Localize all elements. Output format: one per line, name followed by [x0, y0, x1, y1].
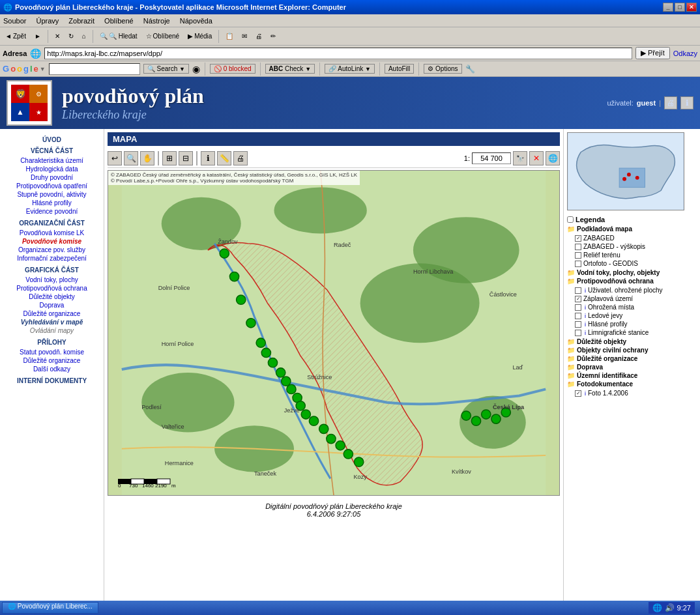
zaplavova-cb[interactable]: [575, 296, 581, 302]
zabaged-checkbox[interactable]: [575, 235, 581, 242]
history-button[interactable]: 📋: [222, 31, 237, 41]
menu-upravy[interactable]: Úpravy: [36, 17, 59, 25]
legend-dulorg-title[interactable]: 📁 Důležité organizace: [567, 355, 697, 362]
info-icon-5[interactable]: i: [585, 330, 586, 336]
scale-input[interactable]: [472, 152, 511, 164]
menu-napoveda[interactable]: Nápověda: [180, 17, 212, 25]
nav-ovladani[interactable]: Ovládání mapy: [5, 326, 98, 335]
media-button[interactable]: ▶ Média: [184, 31, 215, 41]
address-input[interactable]: [44, 48, 632, 59]
info-icon-3[interactable]: i: [585, 313, 586, 319]
forward-button[interactable]: ►: [31, 31, 44, 41]
ledove-cb[interactable]: [575, 313, 581, 319]
print-button[interactable]: 🖨: [252, 31, 265, 41]
info-icon-4[interactable]: i: [585, 321, 586, 328]
go-button[interactable]: ▶ Přejít: [635, 47, 670, 59]
menu-zobrazit[interactable]: Zobrazit: [68, 17, 95, 25]
nav-dulezite-org2[interactable]: Důležité organizace: [5, 356, 98, 365]
menu-nastroje[interactable]: Nástroje: [143, 17, 170, 25]
autofill-button[interactable]: AutoFill: [385, 64, 414, 74]
legend-podklad-title[interactable]: 📁 Podkladová mapa: [567, 225, 697, 233]
nav-protipovodnova[interactable]: Protipovodňová opatření: [5, 182, 98, 190]
legend-master-cb[interactable]: [567, 216, 574, 223]
nav-dulezite-org[interactable]: Důležité organizace: [5, 309, 98, 318]
limnig-cb[interactable]: [575, 330, 581, 336]
nav-vodni-toky[interactable]: Vodní toky, plochy: [5, 276, 98, 284]
map-area[interactable]: © ZABAGED Český úřad zeměměřický a katas…: [108, 170, 560, 496]
nav-dalsi-odkazy[interactable]: Další odkazy: [5, 365, 98, 373]
nav-statut[interactable]: Statut povodň. komise: [5, 348, 98, 356]
mail-button[interactable]: ✉: [239, 31, 250, 41]
refresh-button[interactable]: ↻: [65, 31, 77, 41]
tool-clear[interactable]: ✕: [529, 151, 544, 165]
region-overview-map[interactable]: [567, 132, 684, 210]
options-button[interactable]: ⚙ Options: [424, 64, 461, 74]
legend-civilobj-title[interactable]: 📁 Objekty civilní ochrany: [567, 347, 697, 354]
nav-section-uvod[interactable]: ÚVOD: [5, 136, 98, 143]
menu-soubor[interactable]: Soubor: [3, 17, 26, 25]
tool-zoom-box[interactable]: ⊞: [162, 151, 177, 165]
tool-back[interactable]: ↩: [108, 151, 122, 165]
legend-prot-title[interactable]: 📁 Protipovodňová ochrana: [567, 278, 697, 285]
nav-komise[interactable]: Povodňové komise: [5, 237, 98, 246]
search-button[interactable]: 🔍 🔍 Hledat: [96, 31, 141, 41]
links-button[interactable]: Odkazy: [673, 50, 697, 57]
ohrozena-cb[interactable]: [575, 304, 581, 311]
tool-info[interactable]: ℹ: [201, 151, 215, 165]
nav-dulezite-obj[interactable]: Důležité objekty: [5, 293, 98, 301]
nav-vyhledavani[interactable]: Vyhledávání v mapě: [5, 318, 98, 326]
tool-zoom-out[interactable]: ⊟: [179, 151, 193, 165]
nav-charakteristika[interactable]: Charakteristika území: [5, 156, 98, 165]
info-page-button[interactable]: ℹ: [680, 96, 693, 109]
blocked-button[interactable]: 🚫 0 blocked: [210, 64, 255, 74]
nav-org-sluzby[interactable]: Organizace pov. služby: [5, 246, 98, 254]
tool-print[interactable]: 🖨: [233, 151, 248, 165]
hlasne-cb[interactable]: [575, 321, 581, 328]
stop-button[interactable]: ✕: [51, 31, 63, 41]
info-icon-6[interactable]: i: [585, 390, 586, 397]
nav-info-zabezp[interactable]: Informační zabezpečení: [5, 254, 98, 263]
check-button[interactable]: ABC Check ▼: [265, 64, 315, 74]
close-button[interactable]: ✕: [686, 3, 697, 12]
legend-title[interactable]: Legenda: [567, 216, 697, 223]
google-search-input[interactable]: [49, 63, 140, 75]
legend-foto-title[interactable]: 📁 Fotodokumentace: [567, 380, 697, 388]
nav-komise-lk[interactable]: Povodňová komise LK: [5, 229, 98, 237]
menu-oblibene[interactable]: Oblíbené: [104, 17, 134, 25]
back-button[interactable]: ◄ Zpět: [2, 31, 29, 41]
tool-measure[interactable]: 📏: [217, 151, 231, 165]
tool-zoom-in[interactable]: 🔍: [124, 151, 138, 165]
edit-button[interactable]: ✏: [267, 31, 279, 41]
nav-druhy[interactable]: Druhy povodní: [5, 173, 98, 182]
print-page-button[interactable]: 🖨: [664, 96, 677, 109]
google-search-button[interactable]: 🔍 Search ▼: [143, 64, 189, 74]
nav-hlasne[interactable]: Hlásné profily: [5, 199, 98, 207]
tool-zoom-extent[interactable]: 🔭: [513, 151, 527, 165]
nav-doprava[interactable]: Doprava: [5, 301, 98, 309]
nav-protipovodOchr[interactable]: Protipovodňová ochrana: [5, 284, 98, 293]
zabaged-vys-checkbox[interactable]: [575, 244, 581, 250]
tool-globe[interactable]: 🌐: [546, 151, 560, 165]
volume-icon[interactable]: 🔊: [665, 603, 675, 612]
legend-uzemi-title[interactable]: 📁 Územní identifikace: [567, 372, 697, 379]
ortofoto-checkbox[interactable]: [575, 261, 581, 267]
autolink-button[interactable]: 🔗 AutoLink ▼: [325, 64, 375, 74]
taskbar-ie-button[interactable]: 🌐 Povodňový plán Liberec...: [2, 602, 98, 614]
nav-evidence[interactable]: Evidence povodní: [5, 207, 98, 216]
info-icon-1[interactable]: i: [585, 287, 586, 294]
home-button[interactable]: ⌂: [79, 31, 89, 41]
legend-vodni-title[interactable]: 📁 Vodní toky, plochy, objekty: [567, 269, 697, 276]
tool-pan[interactable]: ✋: [140, 151, 154, 165]
legend-doprava-title[interactable]: 📁 Doprava: [567, 364, 697, 371]
foto-cb[interactable]: [575, 390, 581, 397]
title-bar-controls[interactable]: _ □ ✕: [663, 3, 697, 12]
nav-stupne[interactable]: Stupně povodní, aktivity: [5, 190, 98, 199]
info-icon-2[interactable]: i: [585, 304, 586, 311]
nav-hydrologicka[interactable]: Hydrologická data: [5, 165, 98, 173]
maximize-button[interactable]: □: [675, 3, 685, 12]
relief-checkbox[interactable]: [575, 252, 581, 259]
google-dropdown[interactable]: ▼: [40, 66, 46, 72]
uziv-cb[interactable]: [575, 287, 581, 294]
network-icon[interactable]: 🌐: [652, 603, 662, 612]
legend-dulobj-title[interactable]: 📁 Důležité objekty: [567, 338, 697, 345]
